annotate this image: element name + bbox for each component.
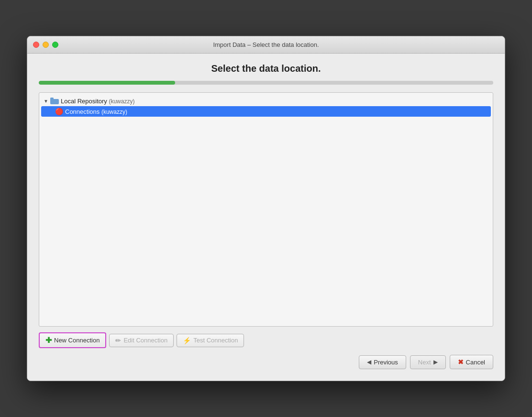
tree-label-local-repo: Local Repository (kuwazzy) [61,98,134,105]
traffic-lights [33,42,58,48]
previous-label: Previous [374,359,398,366]
left-arrow-icon: ◀ [367,359,371,365]
plus-icon: ✚ [45,336,52,345]
test-connection-label: Test Connection [193,337,238,344]
x-icon: ✖ [458,358,464,366]
minimize-button[interactable] [43,42,49,48]
window-body: Select the data location. ▼ Local Reposi… [27,54,505,381]
titlebar: Import Data – Select the data location. [27,36,505,54]
tree-toggle-icon[interactable]: ▼ [43,98,49,104]
tree-panel[interactable]: ▼ Local Repository (kuwazzy) 🔴 Connectio… [39,92,493,327]
page-title: Select the data location. [39,63,493,74]
next-button[interactable]: Next ▶ [410,355,446,369]
tree-item-connections[interactable]: 🔴 Connections (kuwazzy) [41,106,491,117]
svg-rect-1 [50,98,54,100]
test-connection-button[interactable]: ⚡ Test Connection [177,334,244,347]
action-buttons: ✚ New Connection ✏ Edit Connection ⚡ Tes… [39,332,493,348]
edit-icon: ✏ [115,337,121,344]
cancel-button[interactable]: ✖ Cancel [450,355,493,369]
cancel-label: Cancel [466,359,485,366]
next-label: Next [418,359,431,366]
edit-connection-label: Edit Connection [123,337,167,344]
nav-buttons: ◀ Previous Next ▶ ✖ Cancel [39,353,493,371]
maximize-button[interactable] [52,42,58,48]
window-title: Import Data – Select the data location. [213,41,319,48]
main-window: Import Data – Select the data location. … [27,36,505,381]
progress-bar-container [39,81,493,85]
previous-button[interactable]: ◀ Previous [359,355,406,369]
test-icon: ⚡ [183,337,191,344]
connection-icon: 🔴 [55,107,63,116]
progress-bar-fill [39,81,175,85]
new-connection-button[interactable]: ✚ New Connection [39,332,106,348]
tree-item-local-repo[interactable]: ▼ Local Repository (kuwazzy) [41,96,491,106]
right-arrow-icon: ▶ [433,359,438,365]
new-connection-label: New Connection [54,337,100,344]
folder-icon [50,97,59,105]
close-button[interactable] [33,42,39,48]
tree-label-connections: Connections (kuwazzy) [65,108,127,115]
edit-connection-button[interactable]: ✏ Edit Connection [109,334,174,347]
